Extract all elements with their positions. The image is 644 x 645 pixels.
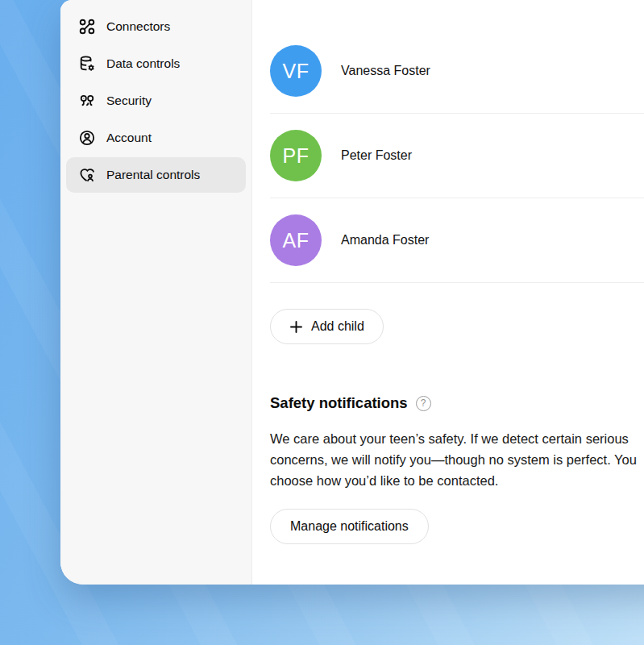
avatar: AF — [270, 214, 322, 266]
heart-person-icon — [78, 166, 96, 184]
family-members-list: VF Vanessa Foster PF Peter Foster AF Ama… — [270, 29, 644, 283]
safety-notifications-header: Safety notifications ? — [270, 394, 644, 412]
description-line: choose how you’d like to be contacted. — [270, 470, 644, 491]
sidebar-item-connectors[interactable]: Connectors — [66, 9, 246, 44]
add-child-button[interactable]: Add child — [270, 309, 384, 344]
description-line: We care about your teen’s safety. If we … — [270, 428, 644, 449]
section-title: Safety notifications — [270, 394, 408, 412]
database-gear-icon — [78, 55, 96, 73]
settings-modal: Connectors — [60, 0, 644, 585]
manage-notifications-label: Manage notifications — [290, 519, 409, 534]
member-name: Amanda Foster — [341, 233, 429, 248]
sidebar-item-security[interactable]: Security — [66, 83, 246, 119]
sidebar-item-label: Security — [106, 94, 152, 108]
question-circle-icon[interactable]: ? — [416, 396, 431, 411]
sidebar-item-label: Account — [106, 131, 152, 145]
member-name: Peter Foster — [341, 148, 412, 163]
sidebar-item-account[interactable]: Account — [66, 120, 246, 156]
add-child-label: Add child — [311, 319, 364, 334]
avatar-initials: PF — [283, 144, 310, 168]
member-name: Vanessa Foster — [341, 64, 430, 78]
sidebar-item-label: Connectors — [106, 19, 170, 34]
sidebar-item-parental-controls[interactable]: Parental controls — [66, 157, 246, 193]
settings-sidebar: Connectors — [60, 0, 252, 585]
avatar-initials: AF — [283, 229, 310, 252]
family-member-row[interactable]: AF Amanda Foster — [270, 198, 644, 283]
sidebar-item-label: Data controls — [106, 56, 180, 71]
description-line: concerns, we will notify you—though no s… — [270, 449, 644, 470]
family-member-row[interactable]: VF Vanessa Foster — [270, 29, 644, 114]
avatar: PF — [270, 130, 322, 181]
avatar-initials: VF — [283, 60, 310, 83]
parental-controls-panel: VF Vanessa Foster PF Peter Foster AF Ama… — [252, 0, 644, 585]
safety-notifications-description: We care about your teen’s safety. If we … — [270, 428, 644, 491]
sidebar-item-label: Parental controls — [106, 168, 200, 182]
sidebar-item-data-controls[interactable]: Data controls — [66, 46, 246, 81]
manage-notifications-button[interactable]: Manage notifications — [270, 509, 429, 544]
family-member-row[interactable]: PF Peter Foster — [270, 114, 644, 198]
plus-icon — [289, 320, 303, 334]
keys-icon — [78, 92, 96, 110]
avatar: VF — [270, 45, 322, 97]
connectors-icon — [78, 18, 96, 35]
person-circle-icon — [78, 129, 96, 147]
